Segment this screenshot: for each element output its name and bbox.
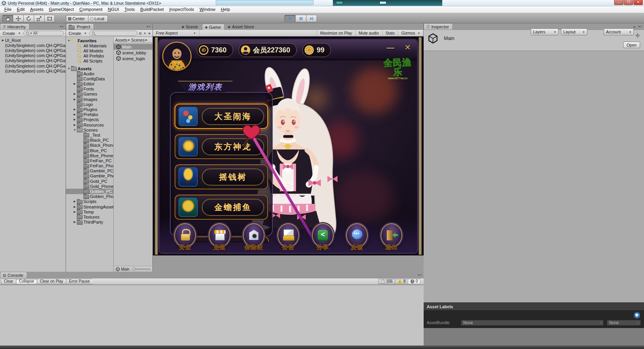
project-tree-item[interactable]: Black_Phone [66,143,113,148]
scale-tool-button[interactable] [34,15,44,22]
hierarchy-item[interactable]: (UnitySingleton) com.QH.QPGam [0,68,66,73]
hierarchy-item[interactable]: (UnitySingleton) com.QH.QPGam [0,53,66,58]
assetbundle-dropdown[interactable]: None↕ [461,320,604,326]
account-dropdown[interactable]: Account▼ [604,28,634,35]
project-tree-item[interactable]: Gamble_PC [66,168,113,174]
project-tree-item[interactable]: _Test [66,132,113,137]
hand-tool-button[interactable] [2,15,13,22]
expand-arrow-icon[interactable] [73,108,77,111]
panel-menu-icon[interactable]: ▾≡ [638,25,642,28]
panel-menu-icon[interactable]: ▾≡ [60,25,64,28]
pause-button[interactable] [295,15,306,22]
error-count-toggle[interactable]: !0 [408,279,421,284]
dock-button[interactable]: 公告 [274,223,303,251]
expand-arrow-icon[interactable] [73,128,77,131]
restore-window-button[interactable]: ❐ [624,0,633,5]
menu-item[interactable]: BuildPacket [138,6,167,13]
search-by-type-icon[interactable]: ⊞ [139,31,142,35]
expand-arrow-icon[interactable] [73,113,77,116]
tab-hierarchy[interactable]: ☰Hierarchy [0,23,29,30]
search-by-label-icon[interactable]: ✦ [143,31,146,35]
lobby-minimize-icon[interactable]: — [386,43,394,52]
hierarchy-item[interactable]: (UnitySingleton) com.QH.QPGam [0,48,66,53]
pivot-toggle-button[interactable]: Center [66,15,88,22]
layout-dropdown[interactable]: Layout▼ [561,28,587,35]
game-toolbar-button[interactable]: Mute audio▼ [355,30,382,36]
menu-item[interactable]: InspectTools [166,6,197,13]
dock-button[interactable]: 充值 [205,223,234,251]
project-tree-item[interactable]: Temp [66,209,113,214]
move-tool-button[interactable] [13,15,23,22]
dock-button[interactable]: 退出 [377,223,406,251]
console-toolbar-button[interactable]: Error Pause [66,279,92,284]
menu-item[interactable]: Component [76,6,105,13]
expand-arrow-icon[interactable] [73,210,77,214]
assetbundle-variant-dropdown[interactable]: None↕ [607,320,641,326]
expand-arrow-icon[interactable] [73,221,77,224]
expand-arrow-icon[interactable] [73,82,77,85]
expand-arrow-icon[interactable] [67,39,71,42]
tab-project[interactable]: Project [66,23,94,30]
project-tree-item[interactable]: FeiFan_Phone [66,163,113,168]
expand-arrow-icon[interactable] [73,98,77,101]
project-tree-item[interactable]: FeiFan_PC [66,158,113,163]
project-tree-item[interactable]: Golden_Phone [66,194,113,199]
create-dropdown[interactable]: Create▼ [68,31,88,36]
rotate-tool-button[interactable] [23,15,34,22]
project-tree-item[interactable]: Logo [66,102,113,107]
open-button[interactable]: Open [623,42,640,48]
scene-file-row[interactable]: scene_lobby [114,50,152,56]
zoom-slider[interactable] [132,269,151,269]
project-tree-item[interactable]: Blue_Phone [66,153,113,158]
hierarchy-search-input[interactable]: ▼All [23,31,64,36]
hierarchy-item[interactable]: UI_Root [0,38,66,43]
project-tree-item[interactable]: Gold_PC [66,179,113,184]
menu-item[interactable]: Edit [14,6,28,13]
project-tree-item[interactable]: StreamingAssets [66,204,113,209]
project-tree-item[interactable]: All Models [66,48,113,53]
game-toolbar-button[interactable]: Stats▼ [382,30,398,36]
project-tree-item[interactable]: ConfigData [66,76,113,81]
project-tree-item[interactable]: Images [66,97,113,102]
create-dropdown[interactable]: Create▼ [2,31,22,36]
project-tree-item[interactable]: Resources [66,122,113,127]
lobby-close-icon[interactable]: ✕ [404,43,411,52]
hierarchy-item[interactable]: (UnitySingleton) com.QH.QPGam [0,43,66,48]
project-tree-item[interactable]: Audio [66,71,113,76]
player-avatar[interactable] [162,42,192,71]
step-button[interactable] [306,15,317,22]
project-tree-item[interactable]: Prefabs [66,112,113,117]
console-toolbar-button[interactable]: Clear on Play [37,279,66,284]
project-tree-item[interactable]: Golden_PC [66,189,113,194]
console-toolbar-button[interactable]: Collapse [16,279,37,284]
space-toggle-button[interactable]: Local [88,15,108,22]
project-tree-item[interactable]: Plugins [66,107,113,112]
menu-item[interactable]: GameObject [46,6,77,13]
panel-menu-icon[interactable]: ▾≡ [418,273,422,277]
project-tree-item[interactable]: Textures [66,214,113,219]
dock-button[interactable]: 安全 [170,223,200,251]
view-tab[interactable]: ◆Game [202,24,225,30]
project-tree-item[interactable]: Scripts [66,199,113,204]
rect-tool-button[interactable] [44,15,55,22]
expand-arrow-icon[interactable] [73,118,77,121]
panel-menu-icon[interactable]: ▾≡ [147,25,151,28]
project-tree-item[interactable]: Fonts [66,87,113,92]
project-tree-item[interactable]: Blue_PC [66,148,113,153]
expand-arrow-icon[interactable] [73,205,77,208]
gear-icon[interactable] [635,33,640,39]
lock-icon[interactable]: 🔒︎ [634,25,635,29]
project-tree-item[interactable]: Projects [66,117,113,122]
game-toolbar-button[interactable]: Gizmos▼ [398,30,423,36]
scene-file-row[interactable]: scene_login [114,56,152,61]
project-tree-item[interactable]: Gamble_Phone [66,174,113,179]
menu-item[interactable]: NGUI [105,6,122,13]
scene-file-row[interactable]: Main [114,44,152,50]
hierarchy-item[interactable]: (UnitySingleton) com.QH.QPGam [0,58,66,63]
project-tree-item[interactable]: Editor [66,82,113,87]
menu-item[interactable]: Help [218,6,233,13]
view-tab[interactable]: ◆Scene [179,24,201,30]
aspect-dropdown[interactable]: Free Aspect▼ [153,30,199,36]
project-tree-item[interactable]: All Materials [66,43,113,48]
menu-item[interactable]: File [2,6,14,13]
